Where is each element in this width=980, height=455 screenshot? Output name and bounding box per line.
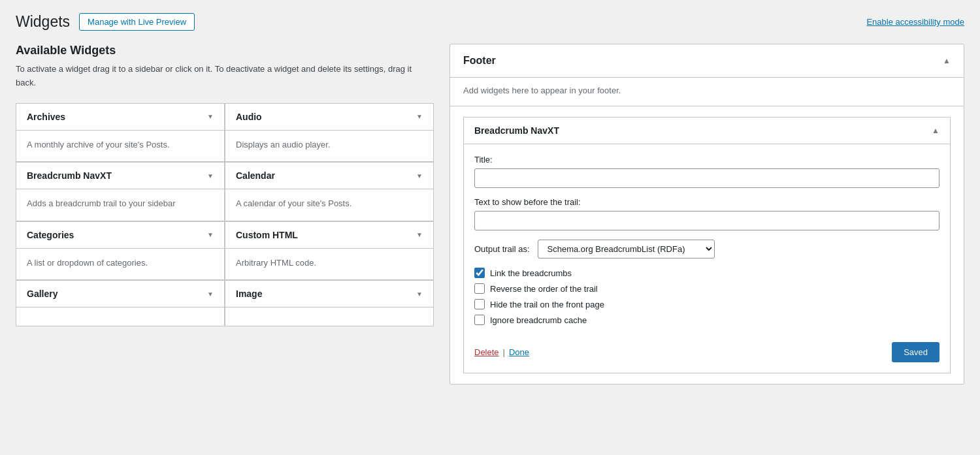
footer-header: Footer ▲	[450, 44, 964, 78]
widget-archives[interactable]: Archives ▼ A monthly archive of your sit…	[16, 103, 225, 163]
reverse-order-checkbox[interactable]	[474, 283, 485, 294]
text-before-form-group: Text to show before the trail:	[474, 197, 939, 230]
widget-actions: Delete | Done Saved	[474, 337, 939, 362]
chevron-down-icon: ▼	[416, 290, 423, 298]
widget-custom-html-title: Custom HTML	[236, 230, 298, 240]
link-breadcrumbs-label: Link the breadcrumbs	[490, 268, 572, 278]
breadcrumb-navxt-widget-header[interactable]: Breadcrumb NavXT ▲	[464, 118, 950, 144]
left-panel: Available Widgets To activate a widget d…	[16, 44, 434, 326]
ignore-cache-label: Ignore breadcrumb cache	[490, 315, 587, 325]
checkbox-row-hide: Hide the trail on the front page	[474, 299, 939, 309]
checkbox-row-reverse: Reverse the order of the trail	[474, 283, 939, 294]
title-input[interactable]	[474, 168, 939, 188]
delete-link[interactable]: Delete	[474, 347, 499, 357]
widget-calendar-title: Calendar	[236, 170, 275, 181]
widget-calendar-desc: A calendar of your site's Posts.	[225, 189, 433, 221]
widget-audio[interactable]: Audio ▼ Displays an audio player.	[225, 103, 434, 163]
widget-categories-desc: A list or dropdown of categories.	[16, 249, 224, 280]
title-form-group: Title:	[474, 155, 939, 188]
widget-gallery[interactable]: Gallery ▼	[16, 280, 225, 326]
breadcrumb-navxt-widget: Breadcrumb NavXT ▲ Title: Text to show b…	[463, 117, 951, 373]
footer-collapse-button[interactable]: ▲	[943, 56, 951, 65]
available-widgets-title: Available Widgets	[16, 44, 434, 57]
title-label: Title:	[474, 155, 939, 165]
breadcrumb-navxt-widget-title: Breadcrumb NavXT	[474, 125, 559, 136]
widget-calendar-header[interactable]: Calendar ▼	[225, 163, 433, 189]
widget-archives-header[interactable]: Archives ▼	[16, 104, 224, 131]
hide-front-page-checkbox[interactable]	[474, 299, 485, 309]
checkboxes-section: Link the breadcrumbs Reverse the order o…	[474, 268, 939, 325]
delete-done-links: Delete | Done	[474, 347, 529, 357]
page-title: Widgets	[16, 13, 70, 31]
right-panel: Footer ▲ Add widgets here to appear in y…	[449, 44, 964, 384]
widget-audio-title: Audio	[236, 112, 262, 122]
top-left: Widgets Manage with Live Preview	[16, 13, 195, 31]
widget-custom-html-header[interactable]: Custom HTML ▼	[225, 222, 433, 249]
hide-front-page-label: Hide the trail on the front page	[490, 300, 604, 309]
chevron-down-icon: ▼	[207, 113, 214, 120]
widget-image-title: Image	[236, 289, 262, 299]
reverse-order-label: Reverse the order of the trail	[490, 284, 598, 294]
widget-calendar[interactable]: Calendar ▼ A calendar of your site's Pos…	[225, 162, 434, 221]
saved-button[interactable]: Saved	[892, 342, 939, 362]
checkbox-row-cache: Ignore breadcrumb cache	[474, 315, 939, 325]
widget-breadcrumb-navxt-header[interactable]: Breadcrumb NavXT ▼	[16, 163, 224, 189]
page-wrapper: Widgets Manage with Live Preview Enable …	[0, 0, 980, 398]
text-before-label: Text to show before the trail:	[474, 197, 939, 207]
pipe-separator: |	[503, 347, 505, 357]
widget-categories[interactable]: Categories ▼ A list or dropdown of categ…	[16, 221, 225, 281]
widget-breadcrumb-navxt[interactable]: Breadcrumb NavXT ▼ Adds a breadcrumb tra…	[16, 162, 225, 221]
breadcrumb-widget-collapse-button[interactable]: ▲	[932, 126, 939, 135]
widget-custom-html-desc: Arbitrary HTML code.	[225, 249, 433, 280]
footer-title: Footer	[463, 55, 496, 67]
widget-image-header[interactable]: Image ▼	[225, 281, 433, 307]
widget-gallery-desc	[16, 307, 224, 326]
checkbox-row-link: Link the breadcrumbs	[474, 268, 939, 278]
breadcrumb-navxt-widget-body: Title: Text to show before the trail: Ou…	[464, 144, 950, 373]
done-link[interactable]: Done	[509, 347, 529, 357]
widget-image[interactable]: Image ▼	[225, 280, 434, 326]
widgets-grid: Archives ▼ A monthly archive of your sit…	[16, 103, 434, 327]
chevron-down-icon: ▼	[416, 172, 423, 180]
footer-desc: Add widgets here to appear in your foote…	[450, 78, 964, 106]
output-trail-label: Output trail as:	[474, 244, 530, 254]
widget-audio-header[interactable]: Audio ▼	[225, 104, 433, 131]
widget-archives-title: Archives	[27, 112, 65, 122]
chevron-down-icon: ▼	[207, 231, 214, 238]
widget-breadcrumb-navxt-desc: Adds a breadcrumb trail to your sidebar	[16, 189, 224, 221]
available-widgets-desc: To activate a widget drag it to a sideba…	[16, 63, 434, 90]
widget-categories-title: Categories	[27, 230, 74, 240]
accessibility-link[interactable]: Enable accessibility mode	[866, 17, 964, 27]
link-breadcrumbs-checkbox[interactable]	[474, 268, 485, 278]
live-preview-button[interactable]: Manage with Live Preview	[79, 13, 195, 31]
chevron-down-icon: ▼	[416, 231, 423, 238]
widget-archives-desc: A monthly archive of your site's Posts.	[16, 131, 224, 162]
top-bar: Widgets Manage with Live Preview Enable …	[16, 13, 964, 31]
widget-gallery-header[interactable]: Gallery ▼	[16, 281, 224, 307]
chevron-down-icon: ▼	[416, 113, 423, 120]
output-trail-select[interactable]: Schema.org BreadcrumbList (RDFa)	[538, 240, 715, 259]
widget-image-desc	[225, 307, 433, 326]
widget-categories-header[interactable]: Categories ▼	[16, 222, 224, 249]
widget-custom-html[interactable]: Custom HTML ▼ Arbitrary HTML code.	[225, 221, 434, 281]
main-layout: Available Widgets To activate a widget d…	[16, 44, 964, 384]
widget-audio-desc: Displays an audio player.	[225, 131, 433, 162]
ignore-cache-checkbox[interactable]	[474, 315, 485, 325]
text-before-input[interactable]	[474, 211, 939, 230]
output-trail-row: Output trail as: Schema.org BreadcrumbLi…	[474, 240, 939, 259]
widget-breadcrumb-navxt-title: Breadcrumb NavXT	[27, 170, 112, 181]
chevron-down-icon: ▼	[207, 172, 214, 180]
widget-gallery-title: Gallery	[27, 289, 57, 299]
chevron-down-icon: ▼	[207, 290, 214, 298]
